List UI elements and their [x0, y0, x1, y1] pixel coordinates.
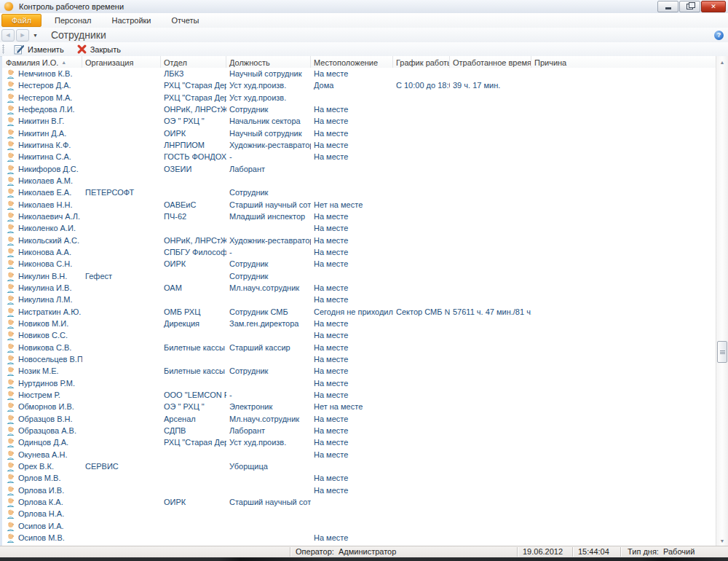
table-row[interactable]: Образцов В.Н.АрсеналМл.науч.сотрудникНа …	[2, 413, 716, 425]
table-row[interactable]: Николенко А.И.На месте	[2, 222, 716, 234]
employee-avatar-icon	[6, 152, 15, 162]
table-row[interactable]: Николаев Н.Н.ОАВЕиССтарший научный сотру…	[2, 199, 716, 211]
cell-location: На месте	[311, 391, 393, 399]
table-row[interactable]: Никулин В.Н.ГефестСотрудник	[2, 270, 716, 282]
scroll-up-icon[interactable]: ▲	[717, 57, 727, 67]
table-row[interactable]: Одинцов Д.А.РХЦ "Старая ДеревнУст худ.пр…	[2, 436, 716, 448]
cell-location: На месте	[311, 355, 393, 364]
table-row[interactable]: Орлова И.В.На месте	[2, 484, 716, 495]
table-row[interactable]: Новосельцев В.П.На месте	[2, 353, 716, 365]
help-icon[interactable]: ?	[714, 31, 724, 40]
table-row[interactable]: Никулина Л.М.На месте	[2, 294, 716, 305]
menu-tab-settings[interactable]: Настройки	[102, 13, 162, 28]
table-row[interactable]: Нестеров Д.А.РХЦ "Старая ДеревнУст худ.п…	[2, 79, 716, 91]
cell-position: Уст худ.произв.	[226, 93, 311, 102]
employee-avatar-icon	[6, 366, 15, 376]
table-row[interactable]: Никитина К.Ф.ЛНРПИОМХудожник-реставратор…	[2, 139, 716, 151]
employee-name: Образцова А.В.	[18, 426, 76, 435]
employee-name: Осипов М.В.	[18, 533, 65, 542]
cell-name: Образцов В.Н.	[2, 414, 82, 424]
table-row[interactable]: Новикова С.В.Билетные кассыСтарший касси…	[2, 342, 716, 353]
table-row[interactable]: Осипов И.А.	[2, 519, 716, 531]
table-row[interactable]: Осипов М.В.На месте	[2, 532, 716, 544]
cell-name: Никулина И.В.	[2, 283, 82, 293]
close-button[interactable]: ✕	[701, 1, 726, 12]
cell-department: СДПВ	[161, 426, 226, 435]
status-bar: Оператор: Администратор 19.06.2012 15:44…	[0, 546, 728, 557]
column-header-location[interactable]: Местоположение	[311, 56, 393, 68]
table-row[interactable]: Николаев Е.А.ПЕТЕРСОФТСотрудник	[2, 187, 716, 198]
employee-avatar-icon	[6, 247, 15, 257]
minimize-button[interactable]	[657, 1, 678, 12]
employee-avatar-icon	[6, 128, 15, 138]
column-header-worked-time[interactable]: Отработанное время	[450, 56, 531, 68]
cell-department: ОЗЕИИ	[161, 165, 226, 173]
table-row[interactable]: Обморнов И.В.ОЭ " РХЦ "ЭлектроникНет на …	[2, 401, 716, 412]
close-view-button[interactable]: Закрыть	[71, 42, 127, 56]
cell-name: Николаев Е.А.	[2, 187, 82, 197]
column-header-schedule[interactable]: График работы	[393, 56, 450, 68]
table-row[interactable]: Никулина И.В.ОАММл.науч.сотрудникНа мест…	[2, 282, 716, 294]
forward-button[interactable]: ►	[16, 29, 29, 42]
table-row[interactable]: Николаев А.М.	[2, 175, 716, 187]
table-row[interactable]: Орлова Н.А.	[2, 508, 716, 519]
back-arrow-icon: ◄	[5, 31, 12, 39]
table-body: Немчинов К.В.ЛБКЗНаучный сотрудникНа мес…	[2, 68, 716, 546]
employee-name: Никонова С.Н.	[18, 259, 72, 268]
table-row[interactable]: Нистраткин А.Ю.ОМБ РХЦСотрудник СМБСегод…	[2, 306, 716, 318]
table-row[interactable]: Орех В.К.СЕРВИСУборщица	[2, 460, 716, 472]
table-row[interactable]: Никонова А.А.СПБГУ Философски-На месте	[2, 246, 716, 258]
column-header-reason[interactable]: Причина	[531, 56, 716, 68]
nav-dropdown-caret-icon[interactable]: ▼	[33, 33, 38, 38]
table-row[interactable]: Нефедова Л.И.ОНРиК, ЛНРСтЖСотрудникНа ме…	[2, 103, 716, 115]
cell-position: Старший кассир	[226, 343, 311, 352]
cell-department: ОАМ	[161, 283, 226, 292]
table-row[interactable]: Новиков М.И.ДирекцияЗам.ген.директораНа …	[2, 318, 716, 329]
cell-department: ООО "LEMCON RUS	[161, 391, 226, 399]
table-row[interactable]: Никифоров Д.С.ОЗЕИИЛаборант	[2, 163, 716, 175]
menu-tab-reports[interactable]: Отчеты	[161, 13, 209, 28]
table-row[interactable]: Окунева А.Н.На месте	[2, 449, 716, 460]
table-row[interactable]: Никитин Д.А.ОИРКНаучный сотрудникНа мест…	[2, 128, 716, 139]
column-header-position[interactable]: Должность	[226, 56, 311, 68]
scrollbar-thumb[interactable]	[717, 341, 727, 363]
column-header-organization[interactable]: Организация	[82, 56, 161, 68]
employee-name: Никонова А.А.	[18, 248, 71, 256]
table-row[interactable]: Николаевич А.Л.ПЧ-62Младший инспекторНа …	[2, 211, 716, 222]
menu-tab-file[interactable]: Файл	[1, 14, 41, 27]
cell-location: На месте	[311, 343, 393, 352]
restore-button[interactable]	[679, 1, 700, 12]
back-button[interactable]: ◄	[1, 29, 15, 42]
menu-tab-personnel[interactable]: Персонал	[44, 13, 102, 28]
table-row[interactable]: Нюстрем Р.ООО "LEMCON RUS-На месте	[2, 389, 716, 401]
table-row[interactable]: Никольский А.С.ОНРиК, ЛНРСтЖХудожник-рес…	[2, 235, 716, 246]
table-row[interactable]: Немчинов К.В.ЛБКЗНаучный сотрудникНа мес…	[2, 68, 716, 79]
employee-name: Никитина К.Ф.	[18, 141, 71, 149]
scroll-down-icon[interactable]: ▼	[717, 536, 727, 546]
table-row[interactable]: Образцова А.В.СДПВЛаборантНа месте	[2, 425, 716, 436]
employee-name: Новикова С.В.	[18, 343, 71, 352]
table-row[interactable]: Новиков С.С.На месте	[2, 329, 716, 341]
table-row[interactable]: Нуртдинов Р.М.На месте	[2, 377, 716, 389]
cell-name: Орех В.К.	[2, 461, 82, 471]
table-row[interactable]: Нестеров М.А.РХЦ "Старая ДеревнУст худ.п…	[2, 92, 716, 103]
toolbar-grip-handle[interactable]	[2, 44, 4, 54]
table-row[interactable]: Нозик М.Е.Билетные кассыСотрудникНа мест…	[2, 365, 716, 377]
column-header-name[interactable]: Фамилия И.О. ▲	[2, 56, 82, 68]
cell-name: Орлова И.В.	[2, 485, 82, 495]
edit-button[interactable]: Изменить	[7, 42, 71, 56]
cell-position: Сотрудник	[226, 259, 311, 268]
table-row[interactable]: Никитина С.А.ГОСТЬ ФОНДОХРАН-На месте	[2, 151, 716, 162]
window-title: Контроль рабочего времени	[19, 2, 124, 11]
employee-avatar-icon	[6, 223, 15, 233]
column-header-department[interactable]: Отдел	[161, 56, 226, 68]
forward-arrow-icon: ►	[20, 31, 26, 39]
table-row[interactable]: Орлов М.В.На месте	[2, 472, 716, 484]
table-row[interactable]: Никитин В.Г.ОЭ " РХЦ "Начальник сектораН…	[2, 115, 716, 127]
table-row[interactable]: Орлова К.А.ОИРКСтарший научный сотруд	[2, 496, 716, 508]
employee-name: Образцов В.Н.	[18, 415, 73, 423]
employee-avatar-icon	[6, 521, 15, 531]
table-row[interactable]: Никонова С.Н.ОИРКСотрудникНа месте	[2, 258, 716, 270]
cell-name: Никитин В.Г.	[2, 116, 82, 126]
vertical-scrollbar[interactable]: ▲ ▼	[716, 56, 728, 546]
